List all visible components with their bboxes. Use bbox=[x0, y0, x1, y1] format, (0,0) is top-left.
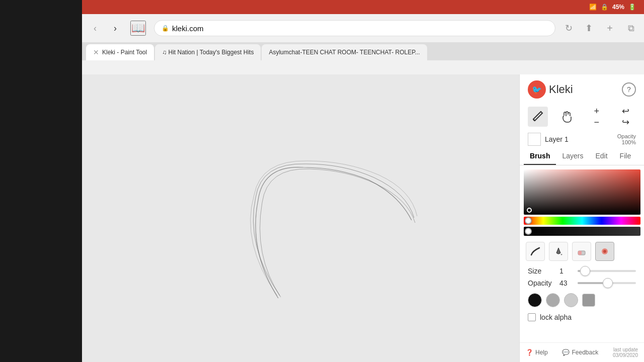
lock-alpha-checkbox[interactable] bbox=[528, 313, 536, 321]
lock-alpha-row: lock alpha bbox=[520, 311, 644, 323]
undo-button[interactable]: ↩ bbox=[616, 106, 636, 117]
tab-kleki[interactable]: ✕ Kleki - Paint Tool bbox=[86, 44, 154, 60]
tab-label-kleki: Kleki - Paint Tool bbox=[102, 49, 147, 56]
tabs-row: ✕ Kleki - Paint Tool ♫ Hit Nation | Toda… bbox=[82, 42, 644, 60]
alpha-bar[interactable] bbox=[524, 227, 640, 236]
alpha-thumb[interactable] bbox=[525, 228, 532, 235]
canvas-area[interactable] bbox=[82, 74, 519, 362]
status-bar: 1:58 AM Wed Apr 22 📶 🔒 45% 🔋 bbox=[0, 0, 644, 14]
feedback-button[interactable]: 💬 Feedback bbox=[562, 349, 598, 356]
undo-redo-group: ↩ ↪ bbox=[616, 106, 636, 128]
lock-status-icon: 🔒 bbox=[601, 4, 608, 11]
size-slider-row: Size 1 bbox=[520, 265, 644, 277]
swatches-row bbox=[520, 289, 644, 311]
url-bar[interactable]: 🔒 kleki.com bbox=[154, 20, 555, 36]
stroke-brush-button[interactable] bbox=[526, 242, 545, 261]
url-text: kleki.com bbox=[172, 24, 204, 33]
swatch-gray1[interactable] bbox=[546, 293, 560, 307]
kleki-logo-text: Kleki bbox=[549, 83, 573, 96]
opacity-slider-value: 43 bbox=[559, 279, 574, 287]
brush-type-row bbox=[520, 238, 644, 265]
size-track[interactable] bbox=[578, 270, 636, 272]
tab-label-hitnation: ♫ Hit Nation | Today's Biggest Hits bbox=[162, 49, 254, 56]
swatch-black[interactable] bbox=[528, 293, 542, 307]
url-bar-row: ‹ › 📖 🔒 kleki.com ↻ ⬆ + ⧉ bbox=[82, 14, 644, 42]
feedback-label: Feedback bbox=[572, 349, 598, 356]
tab-close-icon[interactable]: ✕ bbox=[93, 48, 99, 56]
kleki-logo: 🐦 Kleki bbox=[528, 80, 573, 99]
tab-file[interactable]: File bbox=[614, 148, 637, 165]
help-circle-button[interactable]: ? bbox=[622, 82, 636, 97]
url-lock-icon: 🔒 bbox=[162, 25, 169, 32]
last-update-label: last update bbox=[613, 347, 638, 352]
help-icon: ❓ bbox=[526, 349, 533, 356]
hue-thumb[interactable] bbox=[525, 217, 532, 224]
share-button[interactable]: ⬆ bbox=[582, 21, 596, 35]
zoom-group: + − bbox=[587, 106, 607, 128]
color-cursor bbox=[527, 208, 532, 213]
help-button[interactable]: ❓ Help bbox=[526, 349, 548, 356]
main-content: 🐦 Kleki ? + − bbox=[82, 74, 644, 362]
tools-row: + − ↩ ↪ bbox=[520, 103, 644, 131]
help-label: Help bbox=[535, 349, 548, 356]
svg-point-3 bbox=[603, 250, 606, 253]
kleki-bird-icon: 🐦 bbox=[532, 85, 542, 95]
battery-icon: 🔋 bbox=[628, 4, 636, 11]
opacity-fill bbox=[578, 282, 603, 284]
feedback-icon: 💬 bbox=[562, 349, 570, 356]
panel-tabs: Brush Layers Edit File bbox=[520, 148, 644, 165]
wifi-icon: 📶 bbox=[589, 4, 597, 11]
opacity-track[interactable] bbox=[578, 282, 636, 284]
redo-button[interactable]: ↪ bbox=[616, 117, 636, 128]
hand-tool-button[interactable] bbox=[557, 107, 577, 127]
layer-row: Layer 1 Opacity 100% bbox=[520, 131, 644, 148]
new-tab-button[interactable]: + bbox=[603, 21, 617, 35]
bookmarks-button[interactable]: 📖 bbox=[130, 21, 146, 36]
tab-brush[interactable]: Brush bbox=[524, 148, 556, 165]
forward-button[interactable]: › bbox=[108, 21, 122, 35]
right-panel: 🐦 Kleki ? + − bbox=[519, 74, 644, 362]
layer-name: Layer 1 bbox=[545, 135, 617, 143]
drawing-strokes bbox=[82, 74, 519, 362]
opacity-slider-row: Opacity 43 bbox=[520, 277, 644, 289]
swatch-gray2[interactable] bbox=[564, 293, 578, 307]
last-update-info: last update 03/09/2020 bbox=[613, 347, 638, 358]
swatch-gray3[interactable] bbox=[582, 294, 595, 307]
tab-asylumchat[interactable]: Asylumchat-TEEN CHAT ROOM- TEENCHAT- ROL… bbox=[262, 44, 427, 60]
brush-tool-button[interactable] bbox=[528, 107, 548, 127]
kleki-logo-image: 🐦 bbox=[528, 80, 546, 99]
last-update-date: 03/09/2020 bbox=[613, 352, 638, 358]
eraser-button[interactable] bbox=[572, 242, 591, 261]
tab-edit[interactable]: Edit bbox=[589, 148, 613, 165]
fill-brush-button[interactable] bbox=[549, 242, 568, 261]
battery-display: 45% bbox=[612, 4, 624, 11]
panel-spacer bbox=[520, 323, 644, 342]
help-question-icon: ? bbox=[627, 85, 631, 94]
reload-button[interactable]: ↻ bbox=[561, 21, 576, 35]
lock-alpha-label: lock alpha bbox=[540, 313, 572, 321]
browser-chrome: ‹ › 📖 🔒 kleki.com ↻ ⬆ + ⧉ ✕ Kleki - Pain… bbox=[82, 14, 644, 74]
opacity-thumb[interactable] bbox=[603, 278, 613, 288]
tab-hitnation[interactable]: ♫ Hit Nation | Today's Biggest Hits bbox=[155, 44, 261, 60]
opacity-slider-label: Opacity bbox=[528, 279, 555, 287]
size-label: Size bbox=[528, 267, 555, 275]
back-button[interactable]: ‹ bbox=[88, 21, 102, 35]
kleki-header: 🐦 Kleki ? bbox=[520, 74, 644, 103]
tab-label-asylumchat: Asylumchat-TEEN CHAT ROOM- TEENCHAT- ROL… bbox=[269, 49, 420, 56]
zoom-in-button[interactable]: + bbox=[587, 106, 607, 117]
bottom-bar: ❓ Help 💬 Feedback last update 03/09/2020 bbox=[520, 342, 644, 362]
color-picker-area[interactable] bbox=[520, 165, 644, 238]
size-value: 1 bbox=[559, 267, 574, 275]
opacity-value: 100% bbox=[617, 139, 636, 145]
smudge-button[interactable] bbox=[595, 242, 614, 261]
layer-thumbnail bbox=[528, 133, 541, 146]
size-thumb[interactable] bbox=[580, 266, 590, 276]
color-gradient[interactable] bbox=[524, 169, 640, 215]
zoom-out-button[interactable]: − bbox=[587, 117, 607, 128]
tabs-overview-button[interactable]: ⧉ bbox=[624, 21, 638, 35]
left-panel bbox=[0, 0, 82, 362]
svg-rect-1 bbox=[578, 251, 582, 255]
opacity-label: Opacity bbox=[617, 133, 636, 139]
tab-layers[interactable]: Layers bbox=[556, 148, 589, 165]
hue-bar[interactable] bbox=[524, 217, 640, 225]
